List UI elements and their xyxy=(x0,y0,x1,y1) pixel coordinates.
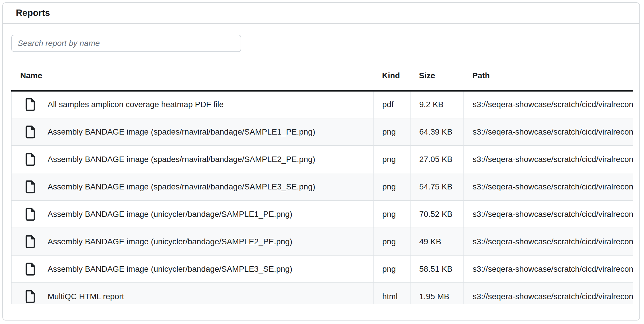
report-name: Assembly BANDAGE image (spades/rnaviral/… xyxy=(48,182,315,191)
report-name: All samples amplicon coverage heatmap PD… xyxy=(48,100,224,109)
report-kind: png xyxy=(373,228,410,255)
report-kind: png xyxy=(373,200,410,228)
table-row[interactable]: Assembly BANDAGE image (spades/rnaviral/… xyxy=(12,146,633,173)
report-name: MultiQC HTML report xyxy=(48,292,124,301)
report-kind: png xyxy=(373,118,410,146)
card-header: Reports xyxy=(3,3,639,24)
table-row[interactable]: Assembly BANDAGE image (unicycler/bandag… xyxy=(12,200,633,228)
file-icon xyxy=(25,207,36,221)
file-icon xyxy=(25,98,36,111)
report-path: s3://seqera-showcase/scratch/cicd/viralr… xyxy=(464,91,633,118)
report-name: Assembly BANDAGE image (unicycler/bandag… xyxy=(48,210,292,219)
file-icon xyxy=(25,125,36,139)
report-path: s3://seqera-showcase/scratch/cicd/viralr… xyxy=(464,228,633,255)
file-icon xyxy=(25,180,36,194)
column-header-kind: Kind xyxy=(373,63,410,91)
file-icon xyxy=(25,152,36,166)
report-size: 58.51 KB xyxy=(410,255,464,283)
table-row[interactable]: Assembly BANDAGE image (spades/rnaviral/… xyxy=(12,173,633,200)
report-path: s3://seqera-showcase/scratch/cicd/viralr… xyxy=(464,200,633,228)
report-path: s3://seqera-showcase/scratch/cicd/viralr… xyxy=(464,118,633,146)
report-size: 1.95 MB xyxy=(410,283,464,304)
table-row[interactable]: Assembly BANDAGE image (unicycler/bandag… xyxy=(12,228,633,255)
reports-table-container: Name Kind Size Path All samples amplicon… xyxy=(11,63,633,304)
file-icon xyxy=(25,290,36,303)
report-size: 49 KB xyxy=(410,228,464,255)
table-row[interactable]: Assembly BANDAGE image (unicycler/bandag… xyxy=(12,255,633,283)
report-kind: pdf xyxy=(373,91,410,118)
table-row[interactable]: All samples amplicon coverage heatmap PD… xyxy=(12,91,633,118)
card-body: Name Kind Size Path All samples amplicon… xyxy=(3,24,639,304)
file-icon xyxy=(25,262,36,276)
report-path: s3://seqera-showcase/scratch/cicd/viralr… xyxy=(464,283,633,304)
reports-table: Name Kind Size Path All samples amplicon… xyxy=(11,63,633,304)
column-header-path: Path xyxy=(464,63,633,91)
column-header-size: Size xyxy=(410,63,464,91)
table-row[interactable]: MultiQC HTML report html 1.95 MB s3://se… xyxy=(12,283,633,304)
file-icon xyxy=(25,235,36,249)
report-path: s3://seqera-showcase/scratch/cicd/viralr… xyxy=(464,173,633,200)
report-size: 27.05 KB xyxy=(410,146,464,173)
reports-card: Reports Name Kind Size Path xyxy=(2,2,640,321)
report-size: 64.39 KB xyxy=(410,118,464,146)
table-row[interactable]: Assembly BANDAGE image (spades/rnaviral/… xyxy=(12,118,633,146)
report-kind: png xyxy=(373,255,410,283)
report-name: Assembly BANDAGE image (unicycler/bandag… xyxy=(48,237,292,246)
report-size: 70.52 KB xyxy=(410,200,464,228)
report-kind: png xyxy=(373,146,410,173)
report-name: Assembly BANDAGE image (unicycler/bandag… xyxy=(48,265,292,274)
report-name: Assembly BANDAGE image (spades/rnaviral/… xyxy=(48,155,315,164)
report-path: s3://seqera-showcase/scratch/cicd/viralr… xyxy=(464,146,633,173)
report-kind: png xyxy=(373,173,410,200)
page-title: Reports xyxy=(16,8,50,18)
table-header-row: Name Kind Size Path xyxy=(12,63,633,91)
report-size: 54.75 KB xyxy=(410,173,464,200)
column-header-name: Name xyxy=(12,63,373,91)
report-path: s3://seqera-showcase/scratch/cicd/viralr… xyxy=(464,255,633,283)
report-size: 9.2 KB xyxy=(410,91,464,118)
report-name: Assembly BANDAGE image (spades/rnaviral/… xyxy=(48,127,315,137)
report-kind: html xyxy=(373,283,410,304)
search-report-input[interactable] xyxy=(11,35,241,52)
